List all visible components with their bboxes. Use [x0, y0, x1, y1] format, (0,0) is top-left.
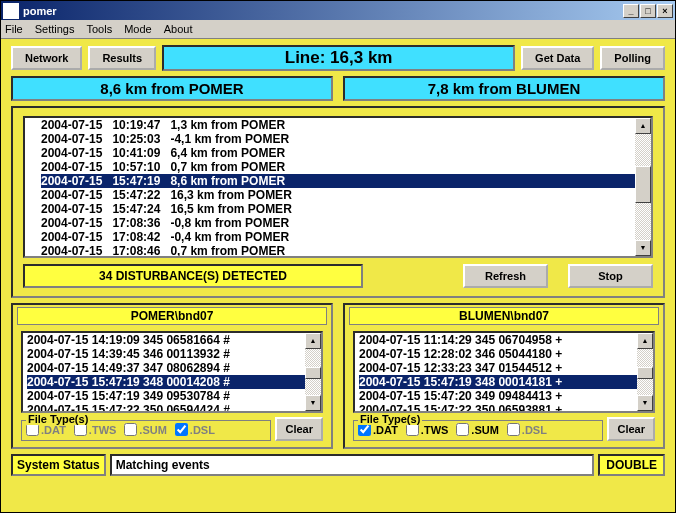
file-row[interactable]: 2004-07-15 15:47:22 350 06594424 # — [27, 403, 305, 411]
app-icon — [3, 3, 19, 19]
minimize-button[interactable]: _ — [623, 4, 639, 18]
scroll-down-icon[interactable]: ▼ — [305, 395, 321, 411]
file-row[interactable]: 2004-07-15 12:28:02 346 05044180 + — [359, 347, 637, 361]
file-row[interactable]: 2004-07-15 14:19:09 345 06581664 # — [27, 333, 305, 347]
status-double: DOUBLE — [598, 454, 665, 476]
file-row[interactable]: 2004-07-15 12:33:23 347 01544512 + — [359, 361, 637, 375]
titlebar: pomer _ □ × — [1, 1, 675, 20]
getdata-button[interactable]: Get Data — [521, 46, 594, 70]
menu-settings[interactable]: Settings — [35, 23, 75, 35]
scroll-up-icon[interactable]: ▲ — [635, 118, 651, 134]
event-row[interactable]: 2004-07-15 15:47:19 8,6 km from POMER — [41, 174, 635, 188]
file-row[interactable]: 2004-07-15 11:14:29 345 06704958 + — [359, 333, 637, 347]
event-row[interactable]: 2004-07-15 10:57:10 0,7 km from POMER — [41, 160, 635, 174]
menubar: File Settings Tools Mode About — [1, 20, 675, 39]
network-button[interactable]: Network — [11, 46, 82, 70]
blumen-panel-title: BLUMEN\bnd07 — [349, 307, 659, 325]
file-row[interactable]: 2004-07-15 15:47:19 348 00014181 + — [359, 375, 637, 389]
event-row[interactable]: 2004-07-15 17:08:46 0,7 km from POMER — [41, 244, 635, 256]
file-row[interactable]: 2004-07-15 15:47:19 348 00014208 # — [27, 375, 305, 389]
status-text: Matching events — [110, 454, 595, 476]
file-row[interactable]: 2004-07-15 15:47:19 349 09530784 # — [27, 389, 305, 403]
blumen-panel: BLUMEN\bnd07 2004-07-15 11:14:29 345 067… — [343, 303, 665, 449]
scroll-down-icon[interactable]: ▼ — [637, 395, 653, 411]
scroll-down-icon[interactable]: ▼ — [635, 240, 651, 256]
line-banner: Line: 16,3 km — [162, 45, 515, 71]
pomer-panel-title: POMER\bnd07 — [17, 307, 327, 325]
scroll-up-icon[interactable]: ▲ — [305, 333, 321, 349]
pomer-panel: POMER\bnd07 2004-07-15 14:19:09 345 0658… — [11, 303, 333, 449]
menu-mode[interactable]: Mode — [124, 23, 152, 35]
pomer-clear-button[interactable]: Clear — [275, 417, 323, 441]
app-window: pomer _ □ × File Settings Tools Mode Abo… — [0, 0, 676, 513]
file-row[interactable]: 2004-07-15 15:47:22 350 06593881 + — [359, 403, 637, 411]
km-from-blumen: 7,8 km from BLUMEN — [343, 76, 665, 101]
blumen-filetype-group: File Type(s) .DAT .TWS .SUM .DSL — [353, 420, 603, 441]
results-button[interactable]: Results — [88, 46, 156, 70]
event-row[interactable]: 2004-07-15 10:41:09 6,4 km from POMER — [41, 146, 635, 160]
stop-button[interactable]: Stop — [568, 264, 653, 288]
status-label: System Status — [11, 454, 106, 476]
event-row[interactable]: 2004-07-15 15:47:22 16,3 km from POMER — [41, 188, 635, 202]
pomer-sum-checkbox[interactable]: .SUM — [124, 423, 167, 436]
toolbar: Network Results Line: 16,3 km Get Data P… — [11, 45, 665, 71]
pomer-filetype-group: File Type(s) .DAT .TWS .SUM .DSL — [21, 420, 271, 441]
event-row[interactable]: 2004-07-15 17:08:42 -0,4 km from POMER — [41, 230, 635, 244]
events-listbox[interactable]: 2004-07-15 10:19:47 1,3 km from POMER200… — [23, 116, 653, 258]
filetype-legend: File Type(s) — [358, 413, 422, 425]
file-row[interactable]: 2004-07-15 15:47:20 349 09484413 + — [359, 389, 637, 403]
events-panel: 2004-07-15 10:19:47 1,3 km from POMER200… — [11, 106, 665, 298]
event-row[interactable]: 2004-07-15 15:47:24 16,5 km from POMER — [41, 202, 635, 216]
menu-tools[interactable]: Tools — [86, 23, 112, 35]
maximize-button[interactable]: □ — [640, 4, 656, 18]
event-row[interactable]: 2004-07-15 10:19:47 1,3 km from POMER — [41, 118, 635, 132]
blumen-dsl-checkbox[interactable]: .DSL — [507, 423, 547, 436]
pomer-scrollbar[interactable]: ▲ ▼ — [305, 333, 321, 411]
pomer-dsl-checkbox[interactable]: .DSL — [175, 423, 215, 436]
refresh-button[interactable]: Refresh — [463, 264, 548, 288]
events-scrollbar[interactable]: ▲ ▼ — [635, 118, 651, 256]
blumen-sum-checkbox[interactable]: .SUM — [456, 423, 499, 436]
file-row[interactable]: 2004-07-15 14:49:37 347 08062894 # — [27, 361, 305, 375]
event-row[interactable]: 2004-07-15 10:25:03 -4,1 km from POMER — [41, 132, 635, 146]
km-from-pomer: 8,6 km from POMER — [11, 76, 333, 101]
content-area: Network Results Line: 16,3 km Get Data P… — [1, 39, 675, 512]
blumen-clear-button[interactable]: Clear — [607, 417, 655, 441]
file-row[interactable]: 2004-07-15 14:39:45 346 00113932 # — [27, 347, 305, 361]
filetype-legend: File Type(s) — [26, 413, 90, 425]
blumen-listbox[interactable]: 2004-07-15 11:14:29 345 06704958 +2004-0… — [353, 331, 655, 413]
close-button[interactable]: × — [657, 4, 673, 18]
disturbance-count: 34 DISTURBANCE(S) DETECTED — [23, 264, 363, 288]
menu-about[interactable]: About — [164, 23, 193, 35]
scroll-up-icon[interactable]: ▲ — [637, 333, 653, 349]
pomer-listbox[interactable]: 2004-07-15 14:19:09 345 06581664 #2004-0… — [21, 331, 323, 413]
polling-button[interactable]: Polling — [600, 46, 665, 70]
blumen-scrollbar[interactable]: ▲ ▼ — [637, 333, 653, 411]
window-title: pomer — [23, 5, 623, 17]
menu-file[interactable]: File — [5, 23, 23, 35]
event-row[interactable]: 2004-07-15 17:08:36 -0,8 km from POMER — [41, 216, 635, 230]
